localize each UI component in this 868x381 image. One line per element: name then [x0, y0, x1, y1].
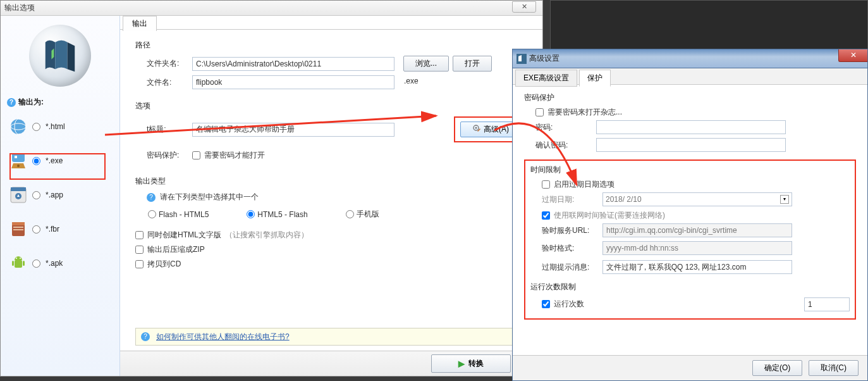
chk-run-count[interactable]: 运行次数 [542, 299, 584, 309]
play-icon: ▶ [458, 359, 465, 368]
ttitle-input[interactable] [192, 123, 394, 137]
dlg1-titlebar: 输出选项 ✕ [1, 1, 542, 16]
msg-label: 过期提示消息: [542, 262, 602, 273]
svg-rect-16 [23, 261, 25, 266]
help-link-bar: ? 如何制作可供其他人翻阅的在线电子书? [135, 328, 527, 346]
output-as-label: ?输出为: [7, 97, 113, 108]
help-icon[interactable]: ? [7, 98, 16, 107]
svg-rect-10 [13, 227, 23, 228]
format-app[interactable]: *.app [7, 182, 113, 208]
confirm-password-input[interactable] [596, 138, 786, 152]
output-main-panel: 输出 路径 文件夹名: 浏览... 打开 文件名: .exe 选项 t标题: [120, 16, 542, 376]
options-section-label: 选项 [135, 101, 527, 111]
verify-fmt-input[interactable] [602, 241, 792, 255]
svg-point-4 [17, 165, 20, 167]
folder-input[interactable] [192, 57, 394, 71]
password-protect-group: 密码保护 需要密码来打开杂志... 密码: 确认密码: [524, 92, 856, 152]
dlg2-footer: 确定(O) 取消(C) [513, 355, 867, 380]
chk-enable-expire[interactable]: 启用过期日期选项 [542, 179, 850, 190]
dlg2-close-button[interactable]: ✕ [838, 49, 867, 62]
mac-icon [9, 186, 27, 204]
chk-cd[interactable]: 拷贝到CD [135, 259, 527, 270]
pwd-protect-label: 密码保护: [135, 150, 192, 161]
convert-button[interactable]: ▶转换 [431, 354, 511, 373]
dlg1-close-button[interactable]: ✕ [512, 1, 536, 13]
svg-point-14 [20, 258, 21, 259]
svg-rect-11 [13, 229, 23, 230]
expire-date-input[interactable]: 2018/ 2/10 ▾ [602, 192, 792, 206]
chk-net-time[interactable]: 使用联网时间验证(需要连接网络) [542, 210, 850, 221]
svg-rect-12 [15, 260, 22, 268]
tab-exe-advanced[interactable]: EXE高级设置 [515, 70, 577, 87]
book-icon [9, 220, 27, 238]
advanced-settings-dialog: 高级设置 ✕ EXE高级设置 保护 密码保护 需要密码来打开杂志... 密码: … [512, 49, 868, 381]
svg-rect-3 [15, 156, 17, 158]
globe-icon [9, 118, 27, 135]
output-type-section: 输出类型 [135, 176, 527, 187]
bg-panel [550, 0, 868, 49]
chk-need-password[interactable]: 需要密码来打开杂志... [535, 107, 856, 118]
app-icon [517, 54, 527, 64]
grp-run-title: 运行次数限制 [530, 282, 850, 292]
expire-date-label: 过期日期: [542, 194, 602, 205]
file-extension: .exe [401, 75, 422, 89]
app-logo [29, 25, 91, 87]
output-options-dialog: 输出选项 ✕ ?输出为: *.html *.exe *.app *.fbr *.… [0, 0, 543, 377]
fmt-label: 验时格式: [542, 243, 602, 254]
svg-rect-2 [12, 153, 25, 162]
time-limit-group: 时间限制 启用过期日期选项 过期日期: 2018/ 2/10 ▾ 使用联网时间验… [530, 165, 850, 274]
browse-button[interactable]: 浏览... [403, 56, 449, 72]
radio-flash-html5[interactable]: Flash - HTML5 [148, 209, 209, 220]
svg-point-18 [475, 127, 477, 129]
verify-url-input[interactable] [602, 223, 792, 237]
svg-rect-6 [11, 187, 26, 191]
svg-rect-9 [12, 222, 25, 225]
dlg2-title: 高级设置 [517, 53, 559, 64]
dlg2-cancel-button[interactable]: 取消(C) [809, 360, 859, 376]
folder-label: 文件夹名: [135, 58, 192, 69]
run-count-group: 运行次数限制 运行次数 [530, 282, 850, 312]
url-label: 验时服务URL: [542, 225, 602, 236]
chk-html-text[interactable]: 同时创建HTML文字版（让搜索引擎抓取内容） [135, 230, 527, 240]
expire-msg-input[interactable] [602, 260, 792, 274]
radio-mobile[interactable]: 手机版 [346, 209, 379, 220]
need-password-checkbox[interactable]: 需要密码才能打开 [192, 150, 265, 161]
grp-time-title: 时间限制 [530, 165, 850, 175]
gear-pencil-icon [472, 124, 481, 135]
exe-icon [9, 152, 27, 170]
dlg1-title: 输出选项 [4, 3, 35, 13]
password-input[interactable] [596, 120, 786, 134]
time-limit-highlight-box: 时间限制 启用过期日期选项 过期日期: 2018/ 2/10 ▾ 使用联网时间验… [524, 159, 856, 320]
online-ebook-link[interactable]: 如何制作可供其他人翻阅的在线电子书? [156, 332, 290, 342]
dlg2-tabbar: EXE高级设置 保护 [513, 68, 867, 85]
open-button[interactable]: 打开 [453, 56, 492, 72]
calendar-icon[interactable]: ▾ [780, 195, 789, 204]
pwd2-label: 确认密码: [535, 140, 596, 151]
pwd-label: 密码: [535, 122, 596, 133]
grp-pwd-title: 密码保护 [524, 92, 856, 103]
file-input[interactable] [192, 75, 394, 89]
format-sidebar: ?输出为: *.html *.exe *.app *.fbr *.apk [1, 16, 120, 376]
file-label: 文件名: [135, 77, 192, 88]
tab-protect[interactable]: 保护 [579, 70, 611, 87]
tab-output[interactable]: 输出 [123, 16, 157, 31]
chk-zip[interactable]: 输出后压缩成ZIP [135, 244, 527, 255]
ok-button[interactable]: 确定(O) [752, 360, 802, 376]
path-section-label: 路径 [135, 40, 527, 51]
dlg2-titlebar: 高级设置 ✕ [513, 49, 867, 68]
svg-point-13 [16, 258, 17, 259]
output-tabbar: 输出 [120, 16, 542, 30]
help-icon[interactable]: ? [141, 332, 150, 341]
svg-rect-15 [12, 261, 14, 266]
format-fbr[interactable]: *.fbr [7, 216, 113, 242]
help-icon[interactable]: ? [147, 193, 156, 202]
ttitle-label: t标题: [135, 124, 192, 135]
dlg1-footer: ▶转换 取 [120, 351, 542, 376]
output-type-hint: 请在下列类型中选择其中一个 [160, 192, 259, 201]
format-exe[interactable]: *.exe [7, 148, 113, 173]
android-icon [9, 254, 27, 272]
format-apk[interactable]: *.apk [7, 251, 113, 276]
format-html[interactable]: *.html [7, 114, 113, 139]
run-count-input[interactable] [804, 297, 850, 311]
radio-html5-flash[interactable]: HTML5 - Flash [247, 209, 307, 220]
